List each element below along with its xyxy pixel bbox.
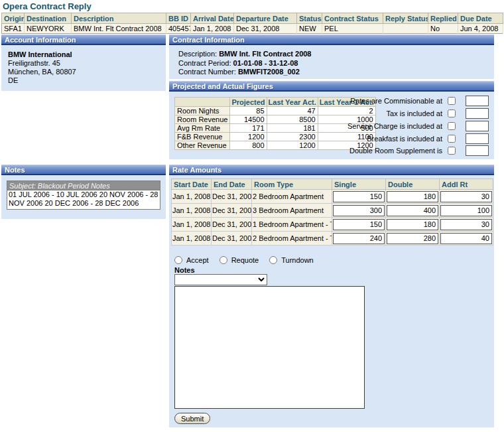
status-value: NEW bbox=[297, 24, 322, 34]
row-projected: 85 bbox=[230, 107, 267, 115]
col-room-type: Room Type bbox=[252, 179, 332, 190]
col-status: Status bbox=[297, 13, 322, 24]
contract-number-label: Contract Number: bbox=[178, 68, 236, 76]
turndown-radio[interactable] bbox=[269, 256, 277, 264]
start-date: Jan 1, 2008 bbox=[172, 232, 212, 246]
account-address-line2: München, BA, 80807 bbox=[1, 68, 166, 76]
double-rate-input[interactable] bbox=[387, 191, 438, 202]
tax-checkbox[interactable] bbox=[448, 109, 456, 117]
end-date: Dec 31, 2008 bbox=[212, 204, 252, 218]
account-information-header: Account Information bbox=[1, 35, 166, 45]
contract-information-panel: Description: BMW Int. Flt Contract 2008 … bbox=[169, 45, 494, 79]
col-double: Double bbox=[386, 179, 440, 190]
row-label: Room Nights bbox=[175, 107, 230, 115]
contract-description-value: BMW Int. Flt Contract 2008 bbox=[219, 50, 311, 58]
requote-option[interactable]: Requote bbox=[220, 256, 259, 264]
row-label: Other Revenue bbox=[175, 141, 230, 150]
col-addl-rt: Addl Rt bbox=[440, 179, 493, 190]
replied-value: No bbox=[428, 24, 458, 34]
option-row-breakfast: Breakfast is included at bbox=[316, 133, 489, 144]
row-projected: 800 bbox=[230, 141, 267, 150]
single-rate-input[interactable] bbox=[333, 233, 385, 244]
row-last-year: 2300 bbox=[267, 133, 318, 141]
addl-rt-input[interactable] bbox=[440, 191, 492, 202]
col-start-date: Start Date bbox=[172, 179, 212, 190]
col-last-year-act: Last Year Act. bbox=[267, 98, 318, 107]
page-title: Opera Contract Reply bbox=[3, 1, 92, 11]
breakfast-input[interactable] bbox=[466, 133, 489, 144]
reply-notes-textarea[interactable] bbox=[174, 286, 365, 409]
end-date: Dec 31, 2008 bbox=[212, 232, 252, 246]
service-charge-checkbox[interactable] bbox=[448, 122, 456, 130]
row-label: Avg Rm Rate bbox=[175, 124, 230, 133]
turndown-option[interactable]: Turndown bbox=[269, 256, 314, 264]
contract-summary-table: Origin Destination Description BB ID Arr… bbox=[1, 13, 503, 34]
room-type: 2 Bedroom Apartment - Twi bbox=[252, 232, 332, 246]
reply-status-value bbox=[383, 24, 428, 34]
notes-template-dropdown[interactable] bbox=[174, 274, 267, 285]
rate-amounts-panel: Start Date End Date Room Type Single Dou… bbox=[169, 175, 494, 427]
rate-row-1: Jan 1, 2008 Dec 31, 2008 2 Bedroom Apart… bbox=[172, 190, 493, 204]
service-charge-input[interactable] bbox=[466, 121, 489, 131]
contract-number-line: Contract Number: BMWFIT2008_002 bbox=[169, 68, 494, 77]
row-last-year: 181 bbox=[267, 124, 318, 133]
addl-rt-input[interactable] bbox=[440, 219, 492, 230]
rate-amounts-table: Start Date End Date Room Type Single Dou… bbox=[171, 179, 493, 246]
start-date: Jan 1, 2008 bbox=[172, 190, 212, 204]
rate-row-2: Jan 1, 2008 Dec 31, 2008 3 Bedroom Apart… bbox=[172, 204, 493, 218]
addl-rt-input[interactable] bbox=[440, 233, 492, 244]
accept-option[interactable]: Accept bbox=[174, 256, 209, 264]
col-due-date: Due Date bbox=[458, 13, 503, 24]
account-address-line1: Freiligrathstr. 45 bbox=[1, 59, 166, 68]
projected-empty-header bbox=[175, 98, 230, 107]
contract-period-line: Contract Period: 01-01-08 - 31-12-08 bbox=[169, 59, 494, 68]
room-type: 1 Bedroom Apartment - Twi bbox=[252, 218, 332, 232]
col-destination: Destination bbox=[25, 13, 72, 24]
end-date: Dec 31, 2008 bbox=[212, 218, 252, 232]
col-bb-id: BB ID bbox=[166, 13, 191, 24]
double-rate-input[interactable] bbox=[387, 233, 438, 244]
option-row-tax: Tax is included at bbox=[316, 108, 489, 119]
double-room-supplement-checkbox[interactable] bbox=[448, 147, 456, 155]
origin-value: SFA1 bbox=[2, 24, 25, 34]
col-single: Single bbox=[332, 179, 386, 190]
requote-radio[interactable] bbox=[220, 256, 227, 264]
addl-rt-input[interactable] bbox=[440, 205, 492, 216]
single-rate-input[interactable] bbox=[333, 219, 385, 230]
option-row-commissionable: Rates are Commisionable at bbox=[316, 95, 489, 106]
double-rate-input[interactable] bbox=[387, 219, 438, 230]
summary-header-row: Origin Destination Description BB ID Arr… bbox=[2, 13, 503, 24]
turndown-label: Turndown bbox=[281, 256, 314, 264]
notes-panel: Subject: Blackout Period Notes 01 JUL 20… bbox=[1, 175, 166, 219]
commissionable-input[interactable] bbox=[466, 96, 489, 106]
col-replied: Replied bbox=[428, 13, 458, 24]
row-projected: 14500 bbox=[230, 115, 267, 124]
tax-input[interactable] bbox=[466, 108, 489, 119]
room-type: 3 Bedroom Apartment bbox=[252, 204, 332, 218]
arrival-date-value: Jan 1, 2008 bbox=[191, 24, 234, 34]
service-charge-label: Service Charge is included at bbox=[316, 122, 442, 130]
notes-body: 01 JUL 2006 - 10 JUL 2006 20 NOV 2006 - … bbox=[7, 190, 160, 209]
row-last-year: 8500 bbox=[267, 115, 318, 124]
breakfast-checkbox[interactable] bbox=[448, 135, 456, 143]
single-rate-input[interactable] bbox=[333, 205, 385, 216]
col-end-date: End Date bbox=[212, 179, 252, 190]
commissionable-checkbox[interactable] bbox=[448, 97, 456, 105]
row-last-year: 1200 bbox=[267, 141, 318, 150]
double-room-supplement-input[interactable] bbox=[466, 145, 489, 156]
single-rate-input[interactable] bbox=[333, 191, 385, 202]
submit-button[interactable]: Submit bbox=[174, 413, 210, 424]
row-last-year: 47 bbox=[267, 107, 318, 115]
double-rate-input[interactable] bbox=[387, 205, 438, 216]
row-projected: 171 bbox=[230, 124, 267, 133]
accept-radio[interactable] bbox=[174, 256, 182, 264]
col-origin: Origin bbox=[2, 13, 25, 24]
start-date: Jan 1, 2008 bbox=[172, 204, 212, 218]
option-row-double-room-supplement: Double Room Supplement is bbox=[316, 145, 489, 156]
contract-number-value: BMWFIT2008_002 bbox=[238, 68, 300, 76]
commissionable-label: Rates are Commisionable at bbox=[316, 97, 442, 105]
contract-period-label: Contract Period: bbox=[178, 59, 231, 67]
rates-header-row: Start Date End Date Room Type Single Dou… bbox=[172, 179, 493, 190]
account-country: DE bbox=[1, 76, 166, 85]
destination-value: NEWYORK bbox=[25, 24, 72, 34]
